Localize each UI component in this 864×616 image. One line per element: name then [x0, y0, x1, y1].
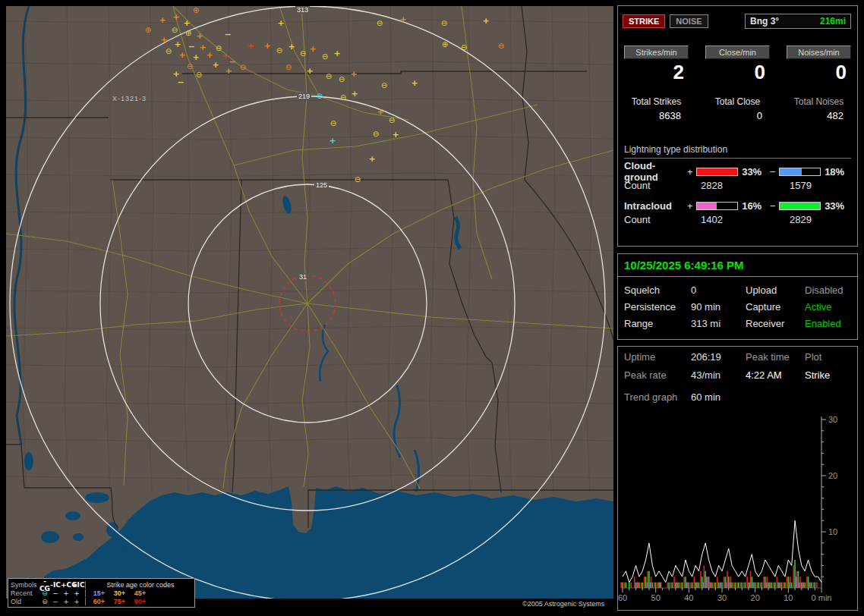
svg-text:40: 40: [684, 593, 693, 602]
total-strikes-value: 8638: [624, 110, 689, 121]
trend-graph-label: Trend graph: [624, 391, 691, 403]
legend-header-row: Symbols -CG -IC +CG +IC Strike age color…: [11, 580, 192, 589]
cg-negative-bar: [779, 168, 821, 176]
svg-text:60: 60: [618, 593, 627, 602]
cg-positive-bar: [696, 168, 738, 176]
total-noises-label: Total Noises: [787, 96, 851, 107]
upload-label: Upload: [746, 284, 805, 296]
svg-text:30: 30: [828, 415, 837, 424]
legend-recent-row: Recent⊖−++15+30+45+: [11, 589, 192, 597]
legend-symbol-icon: −: [50, 598, 61, 605]
legend-age-code: 30+: [109, 589, 130, 597]
legend-symbol-icon: +: [71, 598, 82, 605]
legend-age-code: 15+: [89, 589, 109, 597]
intracloud-label: Intracloud: [624, 200, 686, 212]
cg-positive-count: 2828: [698, 180, 787, 191]
receiver-label: Receiver: [746, 318, 805, 329]
close-per-min-value: 0: [705, 61, 770, 84]
lightning-map[interactable]: ⊕+++⊖⊕+++−+⊖+++⊖+−+⊖+⊖+⊖−+⊖+⊖+⊖+⊖+⊖⊖+⊕+⊖…: [6, 6, 613, 599]
legend-symbol-icon: +: [61, 598, 71, 605]
svg-text:10: 10: [784, 593, 793, 602]
legend-symbol-icon: ⊖: [39, 598, 50, 605]
receiver-status: Enabled: [805, 318, 851, 329]
ic-positive-count: 1402: [698, 214, 787, 225]
strikes-per-min-value: 2: [624, 61, 689, 84]
app-window: ⊕+++⊖⊕+++−+⊖+++⊖+−+⊖+⊖+⊖−+⊖+⊖+⊖+⊖+⊖⊖+⊕+⊖…: [0, 0, 864, 616]
count-label: Count: [624, 214, 698, 225]
range-ring-label: 313: [295, 6, 310, 14]
peak-time-label: Peak time: [746, 351, 805, 363]
legend-header-pic: +IC: [71, 581, 82, 589]
lightning-type-distribution: Lightning type distribution Cloud-ground…: [624, 144, 851, 226]
strikes-per-min-button[interactable]: Strikes/min: [624, 46, 689, 59]
distribution-title: Lightning type distribution: [624, 144, 851, 159]
cloud-ground-count-row: Count 2828 1579: [624, 178, 851, 192]
plot-label: Plot: [805, 351, 851, 363]
uptime-value: 206:19: [691, 351, 746, 363]
station-label: X-1321-3: [112, 95, 147, 102]
strike-button[interactable]: STRIKE: [623, 14, 665, 28]
peak-rate-value: 43/min: [691, 369, 746, 381]
total-close-value: 0: [705, 110, 770, 121]
legend-symbol-icon: +: [61, 589, 71, 597]
minus-sign: −: [768, 166, 777, 178]
peak-time-value: 4:22 AM: [746, 369, 805, 381]
capture-status: Active: [805, 301, 851, 313]
cloud-ground-row: Cloud-ground + 33% − 18%: [624, 165, 851, 178]
bearing-distance: 216mi: [820, 16, 846, 27]
svg-text:30: 30: [717, 593, 727, 602]
legend-age-code: 45+: [130, 589, 150, 597]
legend-row-label: Old: [11, 598, 39, 605]
persistence-label: Persistence: [624, 301, 691, 313]
uptime-label: Uptime: [624, 351, 691, 363]
noise-button[interactable]: NOISE: [670, 14, 708, 28]
bearing-label: Bng 3°: [750, 16, 779, 27]
legend-age-code: 60+: [89, 598, 109, 605]
intracloud-row: Intracloud + 16% − 33%: [624, 199, 851, 212]
ic-negative-count: 2829: [787, 214, 812, 225]
current-datetime: 10/25/2025 6:49:16 PM: [618, 254, 857, 277]
ic-positive-pct: 16%: [740, 200, 768, 212]
trend-graph: 1020306050403020100 min: [618, 413, 857, 609]
legend-divider: [85, 598, 86, 605]
persistence-value: 90 min: [691, 301, 746, 313]
range-ring-label: 219: [297, 93, 311, 100]
svg-text:0 min: 0 min: [812, 593, 832, 602]
legend-divider: [85, 589, 86, 597]
legend-symbol-icon: ⊖: [39, 589, 50, 597]
noises-per-min-button[interactable]: Noises/min: [787, 46, 851, 59]
ic-positive-bar: [696, 202, 738, 210]
minus-sign: −: [768, 200, 777, 212]
cg-negative-count: 1579: [787, 180, 812, 191]
range-value: 313 mi: [691, 318, 746, 329]
legend-divider: [85, 581, 86, 589]
ic-negative-bar: [779, 202, 821, 210]
stats-panel: STRIKE NOISE Bng 3° 216mi Strikes/min Cl…: [617, 5, 858, 247]
close-per-min-button[interactable]: Close/min: [705, 46, 770, 59]
total-close-label: Total Close: [705, 96, 770, 107]
trend-panel: Uptime 206:19 Peak time Plot Peak rate 4…: [617, 346, 858, 611]
last-strike-bearing: Bng 3° 216mi: [745, 14, 851, 29]
squelch-label: Squelch: [624, 284, 691, 296]
legend-age-title: Strike age color codes: [89, 581, 192, 589]
legend-header-nic: -IC: [50, 581, 61, 589]
legend-header-pcg: +CG: [61, 581, 71, 589]
legend-age-code: 90+: [130, 598, 150, 605]
range-ring-label: 125: [314, 181, 329, 189]
legend-symbol-icon: +: [71, 589, 82, 597]
legend-symbol-icon: −: [50, 589, 61, 597]
range-ring-label: 31: [298, 273, 308, 281]
legend-old-row: Old⊖−++60+75+90+: [11, 597, 192, 605]
svg-text:20: 20: [828, 471, 837, 480]
upload-status: Disabled: [805, 284, 851, 296]
total-noises-value: 482: [787, 110, 851, 121]
cg-positive-pct: 33%: [740, 166, 768, 178]
svg-text:50: 50: [651, 593, 661, 602]
plus-sign: +: [686, 166, 694, 178]
legend-age-code: 75+: [109, 598, 130, 605]
peak-rate-label: Peak rate: [624, 369, 691, 381]
legend-row-label: Recent: [11, 589, 39, 597]
cg-negative-pct: 18%: [823, 166, 851, 178]
plot-mode-value: Strike: [805, 369, 851, 381]
svg-text:20: 20: [751, 593, 760, 602]
